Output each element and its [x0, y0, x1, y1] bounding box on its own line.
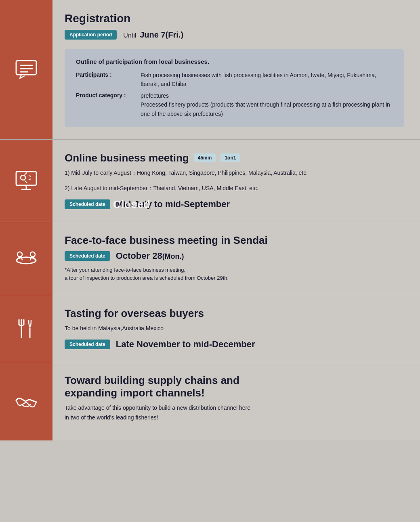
- svg-point-7: [21, 175, 25, 180]
- registration-title: Registration: [65, 12, 404, 25]
- tasting-desc: To be held in Malaysia,Australia,Mexico: [65, 324, 404, 333]
- tasting-content: Tasting for overseas buyers To be held i…: [52, 295, 420, 362]
- svg-line-10: [29, 176, 31, 176]
- product-value: prefecturesProcessed fishery products (p…: [141, 91, 393, 118]
- svg-point-12: [17, 257, 36, 264]
- registration-icon-col: [0, 0, 52, 139]
- registration-content: Registration Application period Until Ju…: [52, 0, 420, 139]
- online-meeting-scheduled-row: Scheduled date Mid-July to mid-September…: [65, 199, 404, 210]
- tasting-scheduled-date: Late November to mid-December: [116, 339, 255, 350]
- period-day: (Fri.): [166, 30, 183, 39]
- svg-line-8: [25, 172, 27, 175]
- online-meeting-icon-col: [0, 140, 52, 222]
- tasting-scheduled-badge: Scheduled date: [65, 340, 110, 349]
- badge-1on1: 1on1: [220, 153, 240, 162]
- svg-rect-0: [16, 61, 36, 75]
- product-label: Product category :: [76, 91, 141, 118]
- online-meeting-title: Online business meeting 45min 1on1: [65, 152, 404, 164]
- meeting-table-icon: [14, 246, 38, 270]
- registration-section: Registration Application period Until Ju…: [0, 0, 420, 140]
- face-to-face-scheduled-badge: Scheduled date: [65, 251, 110, 261]
- outline-box: Outline of participation from local busi…: [65, 49, 404, 127]
- handshake-icon: [14, 389, 38, 413]
- svg-point-13: [17, 252, 22, 257]
- svg-line-11: [29, 179, 31, 180]
- fork-knife-icon: [14, 317, 38, 341]
- online-meeting-desc2: 2) Late August to mid-September：Thailand…: [65, 184, 404, 193]
- badge-45min: 45min: [194, 153, 216, 162]
- online-meeting-section: Online business meeting 45min 1on1 1) Mi…: [0, 140, 420, 222]
- tasting-scheduled-row: Scheduled date Late November to mid-Dece…: [65, 339, 404, 350]
- svg-line-9: [25, 180, 27, 183]
- tasting-icon-col: [0, 295, 52, 362]
- svg-point-14: [30, 252, 35, 257]
- monitor-icon: [14, 168, 38, 193]
- outline-title: Outline of participation from local busi…: [76, 58, 393, 65]
- supply-chain-section: Toward building supply chains andexpandi…: [0, 362, 420, 440]
- online-meeting-content: Online business meeting 45min 1on1 1) Mi…: [52, 140, 420, 222]
- period-text: Until June 7(Fri.): [123, 30, 183, 40]
- face-to-face-title: Face-to-face business meeting in Sendai: [65, 234, 404, 247]
- face-to-face-scheduled-row: Scheduled date October 28(Mon.): [65, 251, 404, 261]
- chat-icon: [14, 57, 38, 82]
- online-scheduled-date: Mid-July to mid-September: [116, 199, 230, 210]
- participants-value: Fish processing businesses with fish pro…: [141, 71, 393, 89]
- supply-chain-title: Toward building supply chains andexpandi…: [65, 374, 404, 399]
- participants-label: Participants :: [76, 71, 141, 89]
- tasting-title: Tasting for overseas buyers: [65, 307, 404, 320]
- app-period-badge: Application period: [65, 30, 117, 40]
- online-scheduled-badge: Scheduled date: [65, 199, 110, 209]
- supply-chain-desc: Take advantage of this opportunity to bu…: [65, 403, 404, 423]
- online-meeting-desc1: 1) Mid-July to early August：Hong Kong, T…: [65, 168, 404, 178]
- face-to-face-content: Face-to-face business meeting in Sendai …: [52, 222, 420, 295]
- face-to-face-section: Face-to-face business meeting in Sendai …: [0, 222, 420, 296]
- app-period-row: Application period Until June 7(Fri.): [65, 30, 404, 40]
- supply-chain-content: Toward building supply chains andexpandi…: [52, 362, 420, 440]
- outline-table: Participants : Fish processing businesse…: [76, 71, 393, 118]
- face-to-face-date: October 28(Mon.): [116, 251, 184, 261]
- face-to-face-icon-col: [0, 222, 52, 295]
- face-to-face-note: *After your attending face-to-face busin…: [65, 266, 404, 283]
- tasting-section: Tasting for overseas buyers To be held i…: [0, 295, 420, 362]
- period-date: June 7: [140, 30, 165, 39]
- supply-chain-icon-col: [0, 362, 52, 440]
